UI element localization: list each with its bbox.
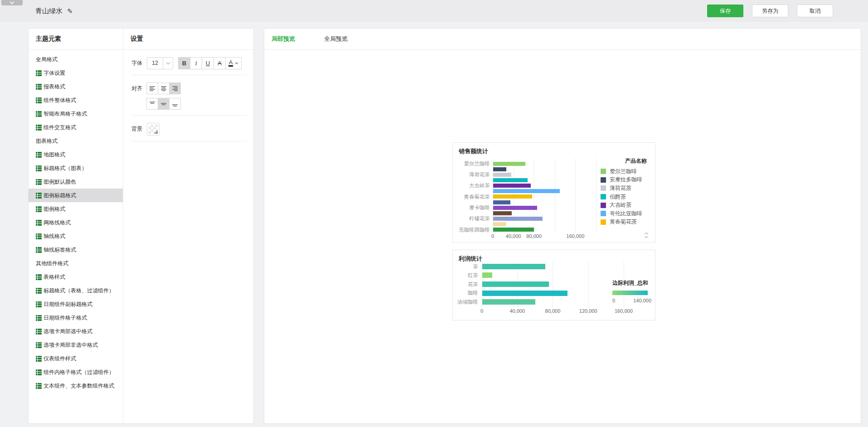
sidebar-item[interactable]: 组件内格子格式（过滤组件） bbox=[29, 365, 123, 379]
x-tick-label: 160,000 bbox=[615, 308, 633, 314]
bar-爱尔兰咖啡 bbox=[493, 162, 525, 166]
y-axis-label: 大吉岭茶 bbox=[453, 182, 490, 189]
sidebar-item-label: 组件交互格式 bbox=[44, 124, 76, 131]
bar-茶 bbox=[482, 264, 545, 269]
sidebar-section-label: 其他组件格式 bbox=[29, 257, 123, 270]
bold-button[interactable]: B bbox=[178, 57, 190, 69]
list-style-icon bbox=[36, 274, 42, 280]
tab-global-preview[interactable]: 全局预览 bbox=[324, 35, 348, 43]
italic-button[interactable]: I bbox=[190, 57, 202, 69]
bar-柠檬花茶 bbox=[493, 217, 543, 221]
legend-item[interactable]: 安摩拉多咖啡 bbox=[601, 176, 651, 184]
legend-item[interactable]: 薄荷花茶 bbox=[601, 184, 651, 193]
valign-bottom-icon bbox=[172, 101, 178, 107]
legend-item[interactable]: 大吉岭茶 bbox=[601, 201, 651, 209]
legend-item[interactable]: 黄春菊花茶 bbox=[601, 218, 651, 227]
tab-local-preview[interactable]: 局部预览 bbox=[272, 35, 295, 43]
sidebar-item-label: 日期组件格子格式 bbox=[44, 314, 87, 322]
sidebar-item[interactable]: 图例格式 bbox=[29, 202, 123, 216]
list-style-icon bbox=[36, 193, 42, 199]
sidebar-item[interactable]: 日期组件格子格式 bbox=[29, 311, 123, 325]
sidebar-item-label: 图例默认颜色 bbox=[44, 178, 76, 186]
align-center-button[interactable] bbox=[158, 82, 170, 94]
align-right-button[interactable] bbox=[169, 82, 181, 94]
bar-大吉岭茶 bbox=[493, 184, 531, 188]
sidebar-item[interactable]: 表格样式 bbox=[29, 270, 123, 284]
y-axis-label: 浓缩咖啡 bbox=[453, 299, 478, 306]
x-tick-label: 40,000 bbox=[509, 308, 525, 314]
legend-title: 产品名称 bbox=[601, 157, 651, 167]
bar-摩卡咖啡 bbox=[493, 206, 537, 210]
y-axis-label: 摩卡咖啡 bbox=[453, 204, 490, 211]
font-size-dropdown[interactable] bbox=[163, 57, 173, 69]
sidebar-item-label: 智能布局格子格式 bbox=[44, 110, 87, 118]
legend: 产品名称爱尔兰咖啡安摩拉多咖啡薄荷花茶伯爵茶大吉岭茶哥伦比亚咖啡黄春菊花茶 bbox=[601, 157, 651, 226]
sidebar-item[interactable]: 轴线格式 bbox=[29, 229, 123, 243]
sidebar-item[interactable]: 轴线标签格式 bbox=[29, 243, 123, 257]
cancel-button[interactable]: 取消 bbox=[797, 5, 833, 17]
align-left-button[interactable] bbox=[146, 82, 158, 94]
y-axis-label: 花茶 bbox=[453, 281, 478, 288]
sidebar-item[interactable]: 字体设置 bbox=[29, 66, 123, 80]
y-axis-label: 柠檬花茶 bbox=[453, 215, 490, 222]
strikethrough-button[interactable]: A bbox=[213, 57, 226, 69]
collapse-tab[interactable] bbox=[1, 0, 23, 5]
sidebar-item[interactable]: 组件交互格式 bbox=[29, 121, 123, 134]
sidebar-item[interactable]: 日期组件副标题格式 bbox=[29, 297, 123, 311]
sidebar-section-label: 全局格式 bbox=[29, 53, 123, 66]
sidebar-item[interactable]: 选项卡局部选中格式 bbox=[29, 325, 123, 338]
sidebar-section-label: 图表格式 bbox=[29, 134, 123, 148]
top-bar: 青山绿水 ✎ 保存 另存为 取消 bbox=[0, 0, 868, 22]
legend-swatch bbox=[601, 194, 606, 199]
sidebar-item[interactable]: 地图格式 bbox=[29, 148, 123, 161]
sidebar-item-label: 图表格式 bbox=[36, 137, 58, 145]
background-color-picker[interactable] bbox=[147, 123, 160, 136]
legend-item[interactable]: 伯爵茶 bbox=[601, 193, 651, 201]
gradient-range-labels: 0140,000 bbox=[612, 298, 651, 303]
y-axis-label: 无咖啡因咖啡 bbox=[453, 227, 490, 233]
chart-title: 利润统计 bbox=[459, 255, 482, 263]
x-tick-label: 80,000 bbox=[526, 233, 542, 239]
valign-middle-icon bbox=[160, 101, 167, 107]
sidebar-item[interactable]: 网格线格式 bbox=[29, 216, 123, 229]
list-style-icon bbox=[36, 301, 42, 307]
edit-pencil-icon[interactable]: ✎ bbox=[67, 8, 73, 15]
legend-label: 爱尔兰咖啡 bbox=[610, 168, 637, 175]
list-style-icon bbox=[36, 315, 42, 321]
sidebar-item[interactable]: 组件整体格式 bbox=[29, 93, 123, 107]
sidebar-item-label: 选项卡局部非选中格式 bbox=[44, 341, 98, 349]
legend-item[interactable]: 爱尔兰咖啡 bbox=[601, 167, 651, 176]
valign-middle-button[interactable] bbox=[158, 98, 170, 110]
underline-button[interactable]: U bbox=[202, 57, 214, 69]
legend-item[interactable]: 哥伦比亚咖啡 bbox=[601, 209, 651, 218]
legend-scroll-buttons[interactable] bbox=[644, 232, 649, 241]
sidebar-item-label: 标题格式（表格、过滤组件） bbox=[44, 287, 114, 295]
sidebar-item[interactable]: 智能布局格子格式 bbox=[29, 107, 123, 121]
valign-top-button[interactable] bbox=[146, 98, 158, 110]
sidebar-item[interactable]: 标题格式（图表） bbox=[29, 161, 123, 175]
y-axis-label: 茶 bbox=[453, 263, 478, 270]
font-size-input[interactable]: 12 bbox=[147, 57, 163, 69]
sales-chart: 销售额统计 爱尔兰咖啡薄荷花茶大吉岭茶黄春菊花茶摩卡咖啡柠檬花茶无咖啡因咖啡04… bbox=[452, 142, 655, 243]
sidebar-item[interactable]: 选项卡局部非选中格式 bbox=[29, 338, 123, 352]
bar-浓缩咖啡 bbox=[482, 299, 535, 305]
valign-bottom-button[interactable] bbox=[169, 98, 181, 110]
sidebar-item-label: 轴线标签格式 bbox=[44, 246, 76, 254]
save-as-button[interactable]: 另存为 bbox=[752, 5, 788, 17]
save-button[interactable]: 保存 bbox=[707, 5, 743, 17]
theme-elements-sidebar: 主题元素 全局格式字体设置报表格式组件整体格式智能布局格子格式组件交互格式图表格… bbox=[29, 29, 123, 423]
sidebar-item-label: 组件整体格式 bbox=[44, 97, 76, 104]
sidebar-list: 全局格式字体设置报表格式组件整体格式智能布局格子格式组件交互格式图表格式地图格式… bbox=[29, 50, 123, 393]
sidebar-item[interactable]: 文本组件、文本参数组件格式 bbox=[29, 379, 123, 393]
sidebar-header: 主题元素 bbox=[29, 29, 123, 50]
sidebar-item[interactable]: 图例标题格式 bbox=[29, 189, 123, 202]
sidebar-item[interactable]: 报表格式 bbox=[29, 80, 123, 93]
sidebar-item[interactable]: 图例默认颜色 bbox=[29, 175, 123, 189]
sidebar-item[interactable]: 标题格式（表格、过滤组件） bbox=[29, 284, 123, 297]
sidebar-item[interactable]: 仪表组件样式 bbox=[29, 352, 123, 365]
profit-chart: 利润统计 茶红茶花茶咖啡浓缩咖啡040,00080,000120,000160,… bbox=[452, 250, 655, 320]
list-style-icon bbox=[36, 383, 42, 389]
scroll-up-down-icon bbox=[644, 232, 649, 239]
font-color-button[interactable]: A bbox=[225, 57, 242, 69]
sidebar-item-label: 报表格式 bbox=[44, 83, 65, 91]
